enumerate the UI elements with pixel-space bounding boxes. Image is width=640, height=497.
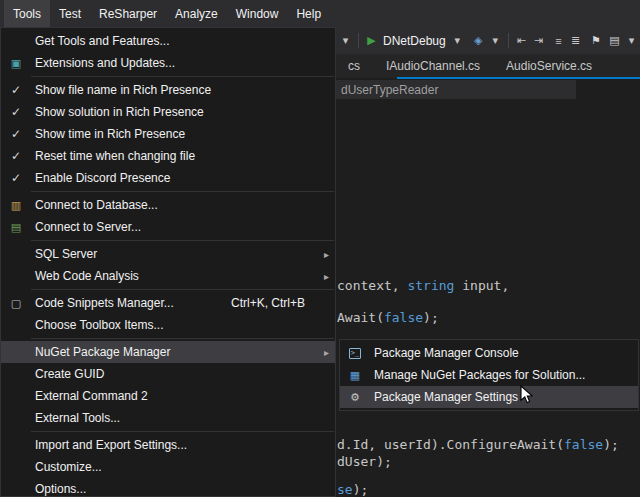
menu-separator: [31, 431, 334, 432]
indent-right-icon[interactable]: ⇥: [530, 34, 547, 47]
menu-bar: ToolsTestReSharperAnalyzeWindowHelp: [0, 0, 640, 27]
menu-item-label: Import and Export Settings...: [31, 438, 335, 452]
chevron-down-icon[interactable]: ▾: [487, 34, 504, 47]
menubar-item-test[interactable]: Test: [50, 0, 90, 27]
extensions-icon: ▣: [11, 58, 21, 69]
menu-item-web-code-analysis[interactable]: Web Code Analysis▸: [1, 265, 335, 287]
menu-item-enable-discord-presence[interactable]: ✓Enable Discord Presence: [1, 167, 335, 189]
attach-icon[interactable]: ◈: [470, 34, 487, 47]
menu-separator: [31, 76, 334, 77]
code-text: );: [423, 310, 439, 325]
menu-item-connect-to-database[interactable]: ▥Connect to Database...: [1, 194, 335, 216]
gear-icon: ⚙: [340, 392, 370, 403]
menu-item-package-manager-console[interactable]: >_Package Manager Console: [340, 342, 638, 364]
debug-target-label[interactable]: DNetDebug: [383, 34, 446, 48]
menubar-item-resharper[interactable]: ReSharper: [90, 0, 166, 27]
code-text: Await(: [337, 310, 384, 325]
menu-item-shortcut: Ctrl+K, Ctrl+B: [231, 296, 305, 310]
chevron-down-icon[interactable]: ▾: [623, 34, 640, 47]
menubar-item-tools[interactable]: Tools: [4, 0, 50, 27]
menu-item-code-snippets-manager[interactable]: ▢Code Snippets Manager...Ctrl+K, Ctrl+B: [1, 292, 335, 314]
menu-item-label: Connect to Server...: [31, 220, 335, 234]
menu-item-sql-server[interactable]: SQL Server▸: [1, 243, 335, 265]
menu-item-create-guid[interactable]: Create GUID: [1, 363, 335, 385]
tab-audioservice-cs[interactable]: AudioService.cs: [493, 59, 605, 73]
indent-left-icon[interactable]: ⇤: [513, 34, 530, 47]
menu-item-external-command-2[interactable]: External Command 2: [1, 385, 335, 407]
menu-item-options[interactable]: Options...: [1, 478, 335, 497]
panel-icon[interactable]: ▤: [606, 34, 623, 47]
menu-item-manage-nuget-packages-for-solution[interactable]: ▦Manage NuGet Packages for Solution...: [340, 364, 638, 386]
menu-item-label: Options...: [31, 482, 335, 496]
submenu-arrow-icon: ▸: [317, 249, 335, 260]
menu-item-label: Extensions and Updates...: [31, 56, 335, 70]
check-icon: ✓: [11, 150, 21, 162]
menu-item-reset-time-when-changing-file[interactable]: ✓Reset time when changing file: [1, 145, 335, 167]
menu-item-external-tools[interactable]: External Tools...: [1, 407, 335, 429]
menu-item-label: Web Code Analysis: [31, 269, 317, 283]
menu-separator: [31, 338, 334, 339]
tab-iaudiochannel-cs[interactable]: IAudioChannel.cs: [373, 59, 493, 73]
menu-item-extensions-and-updates[interactable]: ▣Extensions and Updates...: [1, 52, 335, 74]
line-list-icon[interactable]: ≡: [550, 35, 567, 47]
code-keyword: string: [407, 278, 454, 293]
menu-item-choose-toolbox-items[interactable]: Choose Toolbox Items...: [1, 314, 335, 336]
code-keyword: false: [564, 437, 603, 452]
menu-item-customize[interactable]: Customize...: [1, 456, 335, 478]
menu-item-connect-to-server[interactable]: ▤Connect to Server...: [1, 216, 335, 238]
mouse-cursor: [520, 385, 534, 405]
code-text: dUser);: [337, 454, 392, 469]
menubar-item-help[interactable]: Help: [287, 0, 330, 27]
menu-item-label: External Command 2: [31, 389, 335, 403]
menu-item-label: Package Manager Console: [370, 346, 638, 360]
editor-navigation-bar[interactable]: dUserTypeReader: [335, 80, 576, 99]
database-icon: ▥: [11, 200, 21, 211]
nuget-packages-icon: ▦: [350, 370, 360, 381]
submenu-arrow-icon: ▸: [317, 271, 335, 282]
menu-item-label: Connect to Database...: [31, 198, 335, 212]
nuget-packages-icon: ▦: [340, 370, 370, 381]
combo-chevron-icon[interactable]: ▾: [337, 34, 354, 47]
toolbar: ▾▶DNetDebug▾◈▾⇤⇥≡≣⚑▤▾: [335, 27, 640, 54]
line-list-alt-icon[interactable]: ≣: [567, 34, 584, 47]
menu-item-import-and-export-settings[interactable]: Import and Export Settings...: [1, 434, 335, 456]
menu-item-label: Show time in Rich Presence: [31, 127, 335, 141]
check-icon: ✓: [1, 106, 31, 118]
menubar-item-analyze[interactable]: Analyze: [166, 0, 227, 27]
menu-item-nuget-package-manager[interactable]: NuGet Package Manager▸: [1, 341, 335, 363]
active-tab-underline: [397, 77, 640, 79]
code-text: input,: [454, 278, 509, 293]
server-icon: ▤: [11, 222, 21, 233]
console-icon: >_: [349, 348, 361, 359]
chevron-down-icon[interactable]: ▾: [449, 34, 466, 47]
menubar-item-window[interactable]: Window: [227, 0, 288, 27]
code-keyword: se: [337, 482, 353, 497]
server-icon: ▤: [1, 222, 31, 233]
menu-item-get-tools-and-features[interactable]: Get Tools and Features...: [1, 30, 335, 52]
menu-item-label: Show file name in Rich Presence: [31, 83, 335, 97]
menu-item-show-solution-in-rich-presence[interactable]: ✓Show solution in Rich Presence: [1, 101, 335, 123]
code-line-3: dUser);: [337, 454, 392, 469]
check-icon: ✓: [1, 128, 31, 140]
bookmark-icon[interactable]: ⚑: [587, 34, 604, 47]
menu-item-show-time-in-rich-presence[interactable]: ✓Show time in Rich Presence: [1, 123, 335, 145]
code-text: );: [353, 482, 369, 497]
menu-item-label: Choose Toolbox Items...: [31, 318, 335, 332]
menu-item-package-manager-settings[interactable]: ⚙Package Manager Settings: [340, 386, 638, 408]
toolbar-separator: [358, 33, 359, 48]
menu-item-show-file-name-in-rich-presence[interactable]: ✓Show file name in Rich Presence: [1, 79, 335, 101]
menu-item-label: Customize...: [31, 460, 335, 474]
code-line-2: d.Id, userId).ConfigureAwait(false);: [337, 437, 619, 452]
tab-cs[interactable]: cs: [335, 59, 373, 73]
tools-menu: Get Tools and Features...▣Extensions and…: [0, 27, 336, 497]
menu-item-label: Code Snippets Manager...: [31, 296, 231, 310]
start-debug-icon[interactable]: ▶: [363, 34, 380, 47]
toolbar-separator: [508, 33, 509, 48]
menu-item-label: Create GUID: [31, 367, 335, 381]
menu-item-label: NuGet Package Manager: [31, 345, 317, 359]
code-line-4: se);: [337, 482, 368, 497]
code-line-1: Await(false);: [337, 310, 439, 325]
menu-item-label: SQL Server: [31, 247, 317, 261]
menu-separator: [31, 240, 334, 241]
check-icon: ✓: [1, 150, 31, 162]
